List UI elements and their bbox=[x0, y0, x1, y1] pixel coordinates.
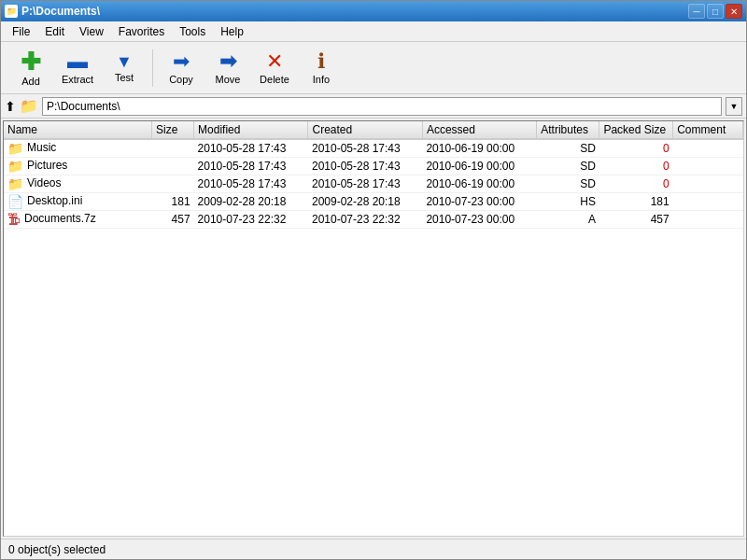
file-icon: 📄 bbox=[7, 194, 23, 209]
toolbar-separator bbox=[152, 49, 153, 87]
cell-size bbox=[151, 175, 193, 193]
address-folder-icon: 📁 bbox=[20, 97, 38, 115]
cell-created: 2009-02-28 20:18 bbox=[308, 193, 422, 211]
menu-edit[interactable]: Edit bbox=[37, 23, 72, 40]
info-button[interactable]: ℹ Info bbox=[299, 46, 344, 91]
cell-name: 📄Desktop.ini bbox=[4, 193, 151, 211]
close-button[interactable]: ✕ bbox=[726, 4, 742, 19]
col-header-comment[interactable]: Comment bbox=[673, 121, 743, 139]
col-header-accessed[interactable]: Accessed bbox=[422, 121, 536, 139]
extract-label: Extract bbox=[62, 74, 93, 85]
title-bar-left: 📁 P:\Documents\ bbox=[5, 5, 100, 18]
cell-created: 2010-05-28 17:43 bbox=[308, 158, 422, 175]
col-header-attributes[interactable]: Attributes bbox=[537, 121, 599, 139]
table-header-row: Name Size Modified Created Accessed Attr… bbox=[4, 121, 743, 139]
cell-modified: 2009-02-28 20:18 bbox=[194, 193, 308, 211]
cell-attributes: SD bbox=[537, 139, 599, 158]
address-bar: ⬆ 📁 P:\Documents\ ▼ bbox=[1, 94, 746, 119]
cell-modified: 2010-05-28 17:43 bbox=[194, 175, 308, 193]
delete-label: Delete bbox=[260, 74, 289, 85]
cell-name: 📁Videos bbox=[4, 175, 151, 193]
up-icon[interactable]: ⬆ bbox=[5, 99, 16, 114]
menu-bar: File Edit View Favorites Tools Help bbox=[1, 21, 746, 42]
status-text: 0 object(s) selected bbox=[8, 543, 739, 556]
cell-accessed: 2010-06-19 00:00 bbox=[422, 139, 536, 158]
table-row[interactable]: 📁Videos 2010-05-28 17:43 2010-05-28 17:4… bbox=[4, 175, 743, 193]
cell-modified: 2010-05-28 17:43 bbox=[194, 158, 308, 175]
add-icon: ✚ bbox=[21, 49, 41, 74]
cell-attributes: SD bbox=[537, 158, 599, 175]
cell-comment bbox=[673, 175, 743, 193]
add-button[interactable]: ✚ Add bbox=[8, 46, 53, 91]
file-table: Name Size Modified Created Accessed Attr… bbox=[4, 121, 743, 229]
col-header-size[interactable]: Size bbox=[151, 121, 193, 139]
table-row[interactable]: 📁Music 2010-05-28 17:43 2010-05-28 17:43… bbox=[4, 139, 743, 158]
table-row[interactable]: 🗜Documents.7z 457 2010-07-23 22:32 2010-… bbox=[4, 211, 743, 229]
menu-help[interactable]: Help bbox=[213, 23, 251, 40]
cell-accessed: 2010-07-23 00:00 bbox=[422, 193, 536, 211]
toolbar: ✚ Add ▬ Extract ▼ Test ➡ Copy ➡ Move ✕ D… bbox=[1, 42, 746, 94]
delete-icon: ✕ bbox=[266, 51, 283, 72]
cell-modified: 2010-05-28 17:43 bbox=[194, 139, 308, 158]
cell-created: 2010-07-23 22:32 bbox=[308, 211, 422, 229]
status-bar: 0 object(s) selected bbox=[1, 539, 746, 559]
test-label: Test bbox=[115, 72, 134, 83]
cell-comment bbox=[673, 211, 743, 229]
table-row[interactable]: 📁Pictures 2010-05-28 17:43 2010-05-28 17… bbox=[4, 158, 743, 175]
cell-packed-size: 0 bbox=[599, 158, 673, 175]
cell-created: 2010-05-28 17:43 bbox=[308, 175, 422, 193]
address-field[interactable]: P:\Documents\ bbox=[42, 97, 722, 116]
cell-name: 📁Pictures bbox=[4, 158, 151, 175]
cell-packed-size: 0 bbox=[599, 139, 673, 158]
title-controls: ─ □ ✕ bbox=[688, 4, 742, 19]
extract-button[interactable]: ▬ Extract bbox=[55, 46, 100, 91]
move-icon: ➡ bbox=[219, 51, 236, 72]
menu-favorites[interactable]: Favorites bbox=[111, 23, 172, 40]
cell-size bbox=[151, 158, 193, 175]
cell-created: 2010-05-28 17:43 bbox=[308, 139, 422, 158]
cell-name: 📁Music bbox=[4, 139, 151, 158]
col-header-packed[interactable]: Packed Size bbox=[599, 121, 673, 139]
cell-attributes: SD bbox=[537, 175, 599, 193]
menu-file[interactable]: File bbox=[5, 23, 37, 40]
copy-label: Copy bbox=[169, 74, 193, 85]
test-icon: ▼ bbox=[116, 53, 133, 70]
cell-accessed: 2010-06-19 00:00 bbox=[422, 158, 536, 175]
cell-size: 457 bbox=[151, 211, 193, 229]
cell-comment bbox=[673, 139, 743, 158]
window-title: P:\Documents\ bbox=[21, 5, 100, 18]
address-dropdown[interactable]: ▼ bbox=[726, 97, 742, 116]
extract-icon: ▬ bbox=[67, 51, 88, 72]
col-header-name[interactable]: Name bbox=[4, 121, 151, 139]
copy-button[interactable]: ➡ Copy bbox=[159, 46, 204, 91]
title-bar: 📁 P:\Documents\ ─ □ ✕ bbox=[1, 1, 746, 21]
cell-size: 181 bbox=[151, 193, 193, 211]
folder-icon: 📁 bbox=[7, 159, 23, 174]
info-icon: ℹ bbox=[317, 51, 325, 72]
move-button[interactable]: ➡ Move bbox=[205, 46, 250, 91]
archive-icon: 🗜 bbox=[7, 212, 21, 227]
file-list-container[interactable]: Name Size Modified Created Accessed Attr… bbox=[3, 120, 744, 537]
cell-comment bbox=[673, 158, 743, 175]
move-label: Move bbox=[216, 74, 241, 85]
delete-button[interactable]: ✕ Delete bbox=[252, 46, 297, 91]
maximize-button[interactable]: □ bbox=[707, 4, 724, 19]
col-header-created[interactable]: Created bbox=[308, 121, 422, 139]
col-header-modified[interactable]: Modified bbox=[194, 121, 308, 139]
table-row[interactable]: 📄Desktop.ini 181 2009-02-28 20:18 2009-0… bbox=[4, 193, 743, 211]
minimize-button[interactable]: ─ bbox=[688, 4, 705, 19]
cell-attributes: A bbox=[537, 211, 599, 229]
cell-size bbox=[151, 139, 193, 158]
file-list-body: 📁Music 2010-05-28 17:43 2010-05-28 17:43… bbox=[4, 139, 743, 229]
title-icon: 📁 bbox=[5, 5, 18, 18]
cell-packed-size: 181 bbox=[599, 193, 673, 211]
folder-icon: 📁 bbox=[7, 176, 23, 191]
cell-modified: 2010-07-23 22:32 bbox=[194, 211, 308, 229]
cell-packed-size: 0 bbox=[599, 175, 673, 193]
cell-name: 🗜Documents.7z bbox=[4, 211, 151, 229]
menu-tools[interactable]: Tools bbox=[172, 23, 213, 40]
address-path: P:\Documents\ bbox=[47, 100, 120, 113]
test-button[interactable]: ▼ Test bbox=[102, 46, 147, 91]
cell-accessed: 2010-07-23 00:00 bbox=[422, 211, 536, 229]
menu-view[interactable]: View bbox=[72, 23, 111, 40]
